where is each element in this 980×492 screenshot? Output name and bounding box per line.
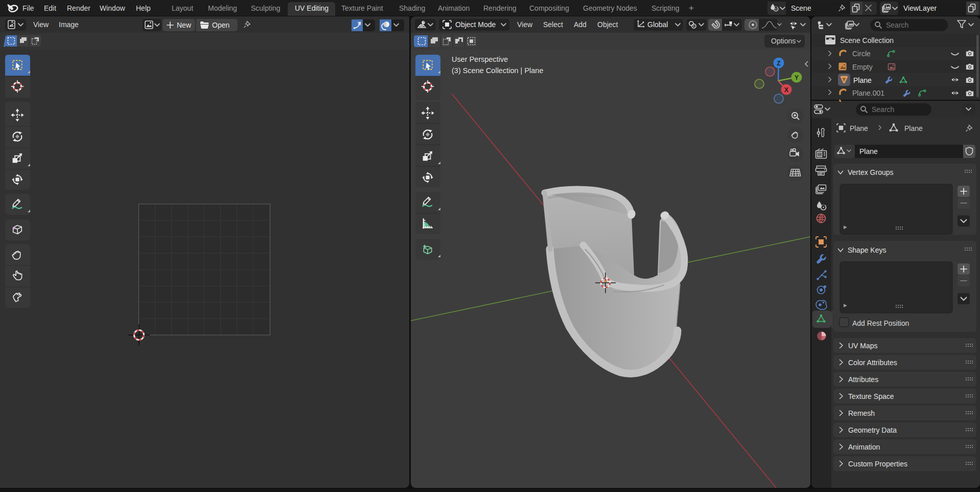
- svg-text:Global: Global: [647, 20, 668, 29]
- svg-text:Texture Paint: Texture Paint: [341, 4, 383, 12]
- svg-text:Shading: Shading: [399, 4, 425, 12]
- svg-text:Add: Add: [574, 20, 587, 29]
- svg-text:Open: Open: [212, 21, 229, 29]
- svg-text:Sculpting: Sculpting: [251, 4, 281, 12]
- svg-text:UV Editing: UV Editing: [295, 4, 329, 12]
- svg-text:Y: Y: [795, 74, 799, 81]
- svg-text:Shape Keys: Shape Keys: [848, 246, 886, 254]
- svg-text:Scene Collection: Scene Collection: [840, 36, 894, 44]
- svg-text:+: +: [689, 3, 694, 13]
- svg-text:Compositing: Compositing: [529, 4, 569, 12]
- svg-text:Color Attributes: Color Attributes: [848, 359, 897, 367]
- svg-text:User Perspective: User Perspective: [452, 55, 508, 63]
- svg-text:Plane.001: Plane.001: [852, 89, 884, 97]
- svg-text:Layout: Layout: [172, 4, 193, 12]
- svg-text:Animation: Animation: [848, 443, 880, 451]
- svg-text:Scripting: Scripting: [651, 4, 679, 12]
- svg-text:Render: Render: [67, 4, 90, 12]
- svg-text:Plane: Plane: [850, 124, 868, 132]
- svg-text:Texture Space: Texture Space: [848, 392, 894, 400]
- svg-text:Window: Window: [100, 4, 126, 12]
- svg-text:Plane: Plane: [904, 124, 923, 132]
- svg-text:Geometry Data: Geometry Data: [848, 426, 897, 434]
- svg-text:Modeling: Modeling: [208, 4, 237, 12]
- svg-text:Object: Object: [597, 20, 618, 29]
- svg-text:Attributes: Attributes: [848, 375, 878, 384]
- svg-text:File: File: [22, 4, 34, 12]
- svg-text:Empty: Empty: [852, 63, 873, 71]
- svg-text:Image: Image: [59, 20, 79, 29]
- svg-text:ViewLayer: ViewLayer: [903, 4, 937, 12]
- svg-text:View: View: [33, 20, 49, 29]
- svg-text:New: New: [177, 21, 192, 29]
- svg-text:Geometry Nodes: Geometry Nodes: [583, 4, 637, 12]
- svg-text:Rendering: Rendering: [483, 4, 517, 12]
- svg-text:Circle: Circle: [852, 50, 871, 58]
- svg-text:Vertex Groups: Vertex Groups: [848, 168, 894, 176]
- svg-text:Edit: Edit: [44, 4, 56, 12]
- svg-text:Plane: Plane: [853, 76, 872, 84]
- svg-text:Z: Z: [777, 60, 780, 67]
- svg-text:UV Maps: UV Maps: [848, 342, 878, 350]
- svg-text:Search: Search: [886, 21, 908, 29]
- svg-text:Custom Properties: Custom Properties: [848, 460, 907, 468]
- svg-text:Animation: Animation: [438, 4, 470, 12]
- svg-text:Object Mode: Object Mode: [455, 20, 496, 29]
- svg-text:Select: Select: [543, 20, 563, 29]
- svg-text:Scene: Scene: [791, 4, 811, 12]
- svg-text:Remesh: Remesh: [848, 409, 875, 417]
- svg-text:X: X: [784, 86, 788, 94]
- svg-text:Options: Options: [771, 37, 796, 45]
- svg-text:Help: Help: [136, 4, 151, 12]
- svg-text:Add Rest Position: Add Rest Position: [852, 319, 909, 327]
- svg-text:Plane: Plane: [859, 147, 878, 155]
- svg-text:View: View: [517, 20, 533, 29]
- svg-text:Search: Search: [872, 105, 894, 114]
- svg-text:(3) Scene Collection | Plane: (3) Scene Collection | Plane: [452, 66, 543, 75]
